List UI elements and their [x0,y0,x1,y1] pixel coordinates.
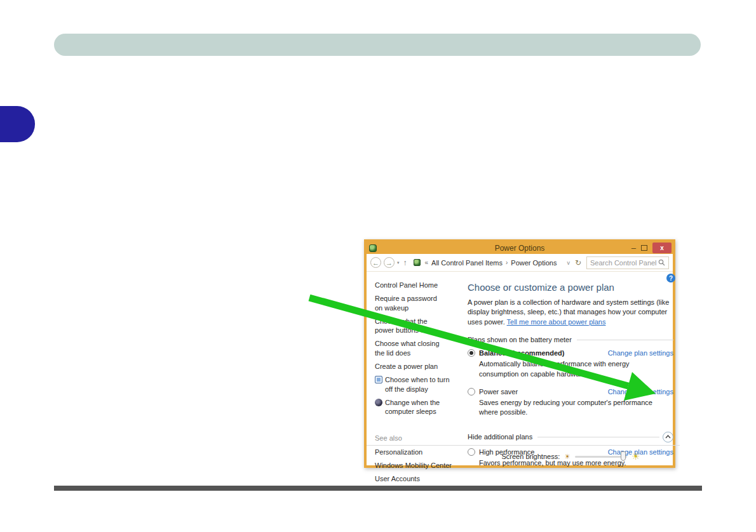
breadcrumb-all-control-panel-items[interactable]: All Control Panel Items [431,259,503,267]
chapter-side-tab [0,106,35,142]
up-icon[interactable]: ↑ [403,258,407,267]
power-options-icon [369,244,377,252]
balanced-radio[interactable] [468,349,475,357]
window-title: Power Options [367,244,673,253]
power-saver-radio[interactable] [468,388,475,396]
brightness-label: Screen brightness: [501,453,560,460]
plan-desc-balanced: Automatically balances performance with … [479,359,670,379]
nav-power-buttons[interactable]: Choose what the power buttons do [375,317,452,335]
refresh-icon[interactable]: ↻ [575,258,581,267]
nav-personalization[interactable]: Personalization [375,448,462,456]
brightness-bright-icon: ☀ [631,451,640,462]
page-footer-rule [54,486,702,491]
slider-track [575,456,627,458]
nav-closing-lid[interactable]: Choose what closing the lid does [375,339,452,357]
plan-row-power-saver: Power saver Change plan settings [468,388,673,396]
plan-desc-power-saver: Saves energy by reducing your computer's… [479,398,670,418]
search-input[interactable]: Search Control Panel [586,256,669,269]
plan-name: Balanced (recommended) [479,349,564,357]
screen-brightness-row: Screen brightness: ☀ ☀ [462,451,680,462]
nav-control-panel-home[interactable]: Control Panel Home [375,281,452,289]
address-bar: ← → ▾ ↑ « All Control Panel Items › Powe… [367,254,673,272]
window-titlebar[interactable]: Power Options – x [367,242,673,254]
help-icon[interactable]: ? [666,274,675,283]
see-also-label: See also [375,434,462,442]
section-divider [537,437,659,437]
address-dropdown-icon[interactable]: v [567,260,570,266]
crumb-separator-icon: › [506,259,508,266]
search-icon [658,259,665,266]
history-dropdown-icon[interactable]: ▾ [397,260,400,265]
maximize-button[interactable] [641,245,647,251]
minimize-button[interactable]: – [631,245,636,251]
back-icon[interactable]: ← [370,257,381,268]
brightness-slider-thumb[interactable] [621,451,626,461]
search-placeholder: Search Control Panel [590,259,657,267]
control-panel-nav: Control Panel Home Require a password on… [367,272,462,465]
nav-windows-mobility-center[interactable]: Windows Mobility Center [375,462,462,469]
display-clock-icon [375,376,382,383]
breadcrumb: « All Control Panel Items › Power Option… [411,259,565,267]
sleep-icon [375,399,382,406]
brightness-slider[interactable] [575,451,627,462]
nav-computer-sleeps[interactable]: Change when the computer sleeps [375,398,452,416]
close-button[interactable]: x [652,243,672,253]
change-plan-settings-power-saver[interactable]: Change plan settings [608,388,673,396]
chevron-up-icon [665,435,671,439]
page-header-banner [54,34,701,56]
brightness-dim-icon: ☀ [564,453,570,461]
nav-turn-off-display[interactable]: Choose when to turn off the display [375,375,452,394]
nav-user-accounts[interactable]: User Accounts [375,475,462,482]
plan-name: Power saver [479,388,518,396]
hide-additional-plans-section: Hide additional plans [468,432,673,442]
tell-me-more-link[interactable]: Tell me more about power plans [507,318,606,326]
intro-text: A power plan is a collection of hardware… [468,298,673,327]
control-panel-icon [414,259,421,266]
section-divider [577,340,673,340]
page-title: Choose or customize a power plan [468,282,673,293]
power-plan-panel: ? Choose or customize a power plan A pow… [462,272,680,465]
battery-meter-section: Plans shown on the battery meter [468,336,673,343]
bottom-divider [367,445,680,446]
hide-plans-chevron-button[interactable] [663,432,673,442]
nav-create-power-plan[interactable]: Create a power plan [375,362,452,371]
power-options-window: Power Options – x ← → ▾ ↑ « All Control … [364,239,675,468]
plan-row-balanced: Balanced (recommended) Change plan setti… [468,349,673,357]
change-plan-settings-balanced[interactable]: Change plan settings [608,349,673,357]
forward-icon[interactable]: → [384,257,395,268]
nav-require-password[interactable]: Require a password on wakeup [375,294,452,312]
breadcrumb-power-options[interactable]: Power Options [511,259,557,267]
breadcrumb-chevrons[interactable]: « [425,259,429,266]
